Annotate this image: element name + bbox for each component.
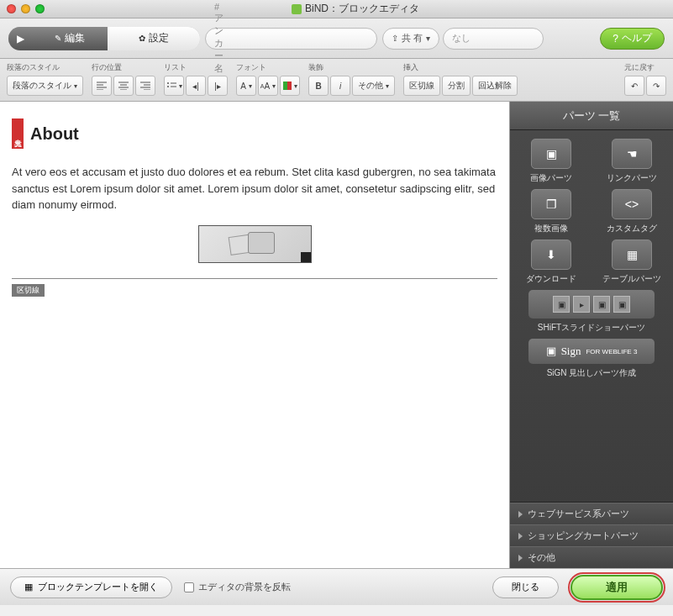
part-custom-tag[interactable]: <>カスタムタグ (596, 189, 668, 234)
chevron-right-icon (518, 555, 523, 561)
part-link[interactable]: ☚リンクパーツ (596, 139, 668, 184)
part-download[interactable]: ⬇ダウンロード (515, 240, 587, 285)
chevron-right-icon (518, 511, 523, 518)
settings-mode-label: 設定 (149, 31, 169, 45)
share-label: 共 有 (402, 32, 423, 45)
accordion-webservice[interactable]: ウェブサービス系パーツ (510, 503, 673, 524)
para-style-dropdown[interactable]: 段落のスタイル (7, 76, 83, 96)
accordion-other[interactable]: その他 (510, 546, 673, 568)
insert-group-label: 挿入 (403, 62, 518, 73)
help-icon: ? (613, 33, 618, 45)
font-group-label: フォント (236, 62, 300, 73)
redo-button[interactable]: ↷ (646, 76, 666, 96)
camera-icon (229, 229, 280, 259)
heading-level-badge: 大見出 (12, 118, 24, 149)
align-left-button[interactable] (92, 76, 112, 96)
share-button[interactable]: ⇪共 有▾ (382, 28, 439, 50)
revert-group-label: 元に戻す (624, 62, 666, 73)
sign-logo-icon: ▣ (546, 345, 556, 358)
indent-button[interactable]: |▸ (208, 76, 228, 96)
list-dropdown[interactable] (164, 76, 184, 96)
body-paragraph[interactable]: At vero eos et accusam et justo duo dolo… (12, 164, 497, 213)
mode-segment: ▶ ✎編集 ✿設定 (8, 27, 200, 50)
close-button[interactable]: 閉じる (492, 577, 559, 598)
split-button[interactable]: 分割 (442, 76, 471, 96)
italic-button[interactable]: i (330, 76, 350, 96)
share-icon: ⇪ (392, 34, 398, 43)
help-label: ヘルプ (622, 31, 652, 45)
hr-badge: 区切線 (12, 284, 45, 297)
checkbox-icon (184, 582, 194, 592)
horizontal-rule[interactable] (12, 278, 497, 279)
download-icon: ⬇ (546, 248, 556, 261)
list-group-label: リスト (164, 62, 228, 73)
window-title: BiND：ブロックエディタ (45, 2, 666, 16)
align-center-button[interactable] (113, 76, 134, 96)
traffic-zoom-button[interactable] (35, 4, 45, 13)
outdent-button[interactable]: ◂| (186, 76, 206, 96)
bottom-bar: ▦ブロックテンプレートを開く エディタの背景を反転 閉じる 適用 (0, 568, 673, 605)
editor-canvas[interactable]: 大見出 About At vero eos et accusam et just… (0, 102, 510, 568)
traffic-minimize-button[interactable] (21, 4, 30, 13)
bold-button[interactable]: B (308, 76, 329, 96)
image-icon: ▣ (546, 147, 557, 161)
share-value: なし (452, 32, 471, 45)
pointer-icon: ☚ (627, 147, 638, 161)
invert-bg-checkbox[interactable]: エディタの背景を反転 (184, 581, 291, 593)
primary-toolbar: ▶ ✎編集 ✿設定 #アンカー名 ⇪共 有▾ なし ?ヘルプ (0, 18, 673, 59)
settings-mode-button[interactable]: ✿設定 (108, 27, 200, 50)
font-color-dropdown[interactable] (280, 76, 300, 96)
part-multi-image[interactable]: ❐複数画像 (515, 189, 587, 234)
svg-point-0 (167, 82, 169, 84)
open-template-button[interactable]: ▦ブロックテンプレートを開く (10, 577, 172, 598)
apply-button[interactable]: 適用 (570, 575, 663, 600)
insert-hr-button[interactable]: 区切線 (403, 76, 440, 96)
app-icon (292, 4, 302, 14)
unwrap-button[interactable]: 回込解除 (472, 76, 518, 96)
svg-point-1 (167, 86, 169, 87)
anchor-input[interactable] (229, 29, 371, 49)
traffic-close-button[interactable] (7, 4, 16, 13)
font-family-dropdown[interactable]: A (236, 76, 256, 96)
chevron-right-icon (518, 533, 523, 540)
align-right-button[interactable] (135, 76, 155, 96)
help-button[interactable]: ?ヘルプ (600, 28, 665, 50)
play-button[interactable]: ▶ (8, 27, 32, 50)
window-titlebar: BiND：ブロックエディタ (0, 0, 673, 18)
window-title-text: BiND：ブロックエディタ (305, 2, 419, 16)
parts-panel: パーツ 一覧 ▣画像パーツ ☚リンクパーツ ❐複数画像 <>カスタムタグ ⬇ダウ… (510, 102, 673, 568)
page-heading[interactable]: About (30, 124, 79, 144)
pencil-icon: ✎ (55, 34, 61, 43)
code-icon: <> (625, 197, 639, 211)
parts-panel-title: パーツ 一覧 (510, 102, 673, 130)
stack-icon: ❐ (546, 197, 557, 211)
part-slideshow[interactable]: ▣▸▣▣ SHiFTスライドショーパーツ (515, 290, 668, 334)
para-style-group-label: 段落のスタイル (7, 62, 83, 73)
decoration-group-label: 装飾 (308, 62, 395, 73)
share-select[interactable]: なし (443, 28, 544, 50)
gear-icon: ✿ (139, 34, 145, 43)
image-placeholder[interactable] (198, 225, 312, 263)
line-pos-group-label: 行の位置 (92, 62, 155, 73)
other-decoration-dropdown[interactable]: その他 (352, 76, 395, 96)
part-sign[interactable]: ▣SignFOR WEBLIFE 3 SiGN 見出しパーツ作成 (515, 339, 668, 379)
anchor-field[interactable]: #アンカー名 (205, 28, 377, 50)
undo-button[interactable]: ↶ (624, 76, 644, 96)
accordion-cart[interactable]: ショッピングカートパーツ (510, 524, 673, 546)
part-image[interactable]: ▣画像パーツ (515, 139, 587, 184)
font-size-dropdown[interactable]: AA (258, 76, 278, 96)
part-table[interactable]: ▦テーブルパーツ (596, 240, 668, 285)
format-toolbar: 段落のスタイル 段落のスタイル 行の位置 リスト ◂| |▸ フォント A AA… (0, 59, 673, 102)
grid-icon: ▦ (627, 248, 638, 261)
edit-mode-label: 編集 (65, 31, 85, 45)
edit-mode-button[interactable]: ✎編集 (32, 27, 108, 50)
grid-icon: ▦ (24, 582, 33, 592)
